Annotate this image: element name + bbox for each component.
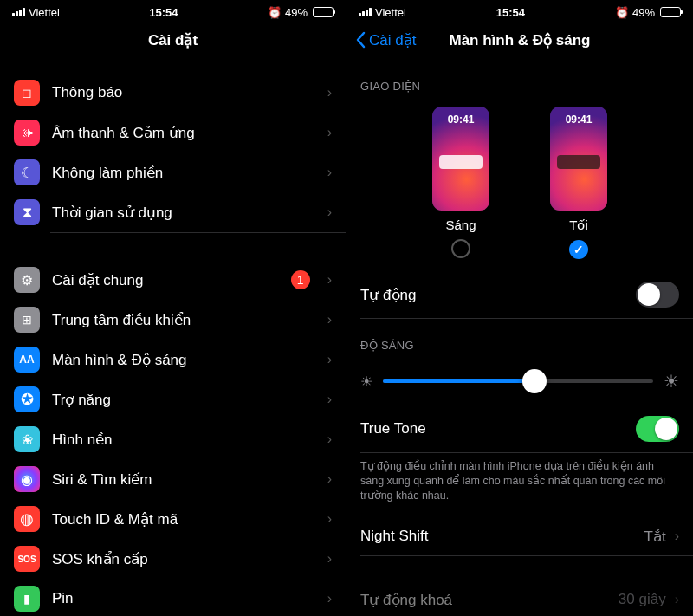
row-autolock[interactable]: Tự động khoá 30 giây ›: [346, 580, 693, 616]
brightness-slider[interactable]: [383, 379, 653, 383]
list-gap: [0, 232, 346, 260]
status-bar: Viettel 15:54 ⏰ 49%: [0, 0, 346, 21]
nightshift-label: Night Shift: [360, 528, 636, 545]
carrier-label: Viettel: [29, 6, 60, 19]
row-nightshift[interactable]: Night Shift Tắt ›: [346, 517, 693, 556]
nav-header-right: Cài đặt Màn hình & Độ sáng: [346, 21, 693, 59]
row-truetone[interactable]: True Tone: [346, 405, 693, 452]
status-bar: Viettel 15:54 ⏰ 49%: [346, 0, 693, 21]
radio-light[interactable]: [451, 239, 470, 258]
battery-percent: 49%: [632, 6, 655, 19]
phone-preview-dark: 09:41: [550, 107, 607, 211]
row-display-brightness[interactable]: AA Màn hình & Độ sáng ›: [0, 340, 346, 379]
appearance-chooser: 09:41 Sáng 09:41 Tối: [346, 98, 693, 271]
row-label: Màn hình & Độ sáng: [52, 351, 315, 369]
battery-icon: [313, 7, 334, 17]
row-label: Touch ID & Mật mã: [52, 510, 315, 528]
sun-large-icon: ☀︎: [664, 371, 679, 392]
settings-list: ◻︎ Thông báo › 🕪 Âm thanh & Cảm ứng › ☾ …: [0, 73, 346, 616]
battery-percent: 49%: [285, 6, 308, 19]
accessibility-icon: ✪: [14, 386, 40, 412]
text-size-icon: AA: [14, 347, 40, 373]
battery-icon: [660, 7, 681, 17]
row-wallpaper[interactable]: ❀ Hình nền ›: [0, 419, 346, 459]
siri-icon: ◉: [14, 466, 40, 492]
signal-icon: [12, 8, 25, 16]
row-sos[interactable]: SOS SOS khẩn cấp ›: [0, 539, 346, 579]
light-label: Sáng: [445, 217, 476, 232]
settings-title: Cài đặt: [148, 31, 198, 49]
notification-icon: ◻︎: [14, 80, 40, 106]
row-label: Cài đặt chung: [52, 271, 279, 289]
row-label: Pin: [52, 590, 315, 607]
automatic-toggle[interactable]: [636, 282, 679, 308]
phone-preview-light: 09:41: [432, 107, 489, 211]
chevron-right-icon: ›: [327, 352, 332, 367]
status-time: 15:54: [149, 6, 178, 19]
row-screentime[interactable]: ⧗ Thời gian sử dụng ›: [0, 192, 346, 232]
chevron-right-icon: ›: [675, 528, 679, 544]
chevron-right-icon: ›: [327, 85, 332, 101]
brightness-header: ĐỘ SÁNG: [346, 318, 693, 357]
battery-row-icon: ▮: [14, 586, 40, 612]
page-title-right: Màn hình & Độ sáng: [450, 31, 591, 49]
chevron-right-icon: ›: [327, 551, 332, 567]
chevron-right-icon: ›: [327, 125, 332, 140]
chevron-right-icon: ›: [327, 431, 332, 447]
chevron-right-icon: ›: [327, 312, 332, 327]
appearance-header: GIAO DIỆN: [346, 59, 693, 98]
chevron-left-icon: [355, 31, 366, 49]
sun-small-icon: ☀︎: [360, 373, 372, 390]
gear-icon: ⚙︎: [14, 267, 40, 293]
row-sounds[interactable]: 🕪 Âm thanh & Cảm ứng ›: [0, 113, 346, 152]
row-automatic[interactable]: Tự động: [346, 271, 693, 318]
appearance-option-light[interactable]: 09:41 Sáng: [432, 107, 489, 259]
row-touchid[interactable]: ◍ Touch ID & Mật mã ›: [0, 499, 346, 539]
moon-icon: ☾: [14, 159, 40, 185]
truetone-label: True Tone: [360, 420, 627, 438]
row-label: Trợ năng: [52, 391, 315, 409]
alarm-icon: ⏰: [615, 6, 629, 19]
row-label: Không làm phiền: [52, 164, 315, 182]
row-label: Âm thanh & Cảm ứng: [52, 124, 315, 142]
list-gap: [346, 556, 693, 580]
sos-icon: SOS: [14, 546, 40, 572]
chevron-right-icon: ›: [327, 392, 332, 407]
row-general[interactable]: ⚙︎ Cài đặt chung 1 ›: [0, 260, 346, 300]
radio-dark[interactable]: [569, 240, 588, 259]
switches-icon: ⊞: [14, 307, 40, 333]
row-label: Hình nền: [52, 431, 315, 449]
row-label: SOS khẩn cấp: [52, 550, 315, 568]
sound-icon: 🕪: [14, 120, 40, 146]
row-accessibility[interactable]: ✪ Trợ năng ›: [0, 379, 346, 419]
flower-icon: ❀: [14, 426, 40, 452]
row-control-center[interactable]: ⊞ Trung tâm điều khiển ›: [0, 300, 346, 340]
appearance-option-dark[interactable]: 09:41 Tối: [550, 107, 607, 259]
slider-thumb[interactable]: [522, 369, 547, 393]
truetone-footnote: Tự động điều chỉnh màn hình iPhone dựa t…: [346, 452, 693, 517]
chevron-right-icon: ›: [327, 204, 332, 220]
chevron-right-icon: ›: [327, 511, 332, 527]
row-label: Siri & Tìm kiếm: [52, 470, 315, 489]
page-title-left: Cài đặt: [0, 21, 346, 59]
row-label: Trung tâm điều khiển: [52, 311, 315, 329]
row-siri[interactable]: ◉ Siri & Tìm kiếm ›: [0, 459, 346, 499]
row-notifications[interactable]: ◻︎ Thông báo ›: [0, 73, 346, 113]
back-button[interactable]: Cài đặt: [355, 31, 416, 49]
preview-time: 09:41: [550, 113, 607, 126]
truetone-toggle[interactable]: [636, 416, 679, 442]
hourglass-icon: ⧗: [14, 199, 40, 225]
chevron-right-icon: ›: [327, 471, 332, 487]
row-label: Thông báo: [52, 84, 315, 101]
row-label: Thời gian sử dụng: [52, 204, 315, 222]
carrier-label: Viettel: [375, 6, 406, 19]
chevron-right-icon: ›: [675, 592, 679, 607]
nightshift-value: Tắt: [644, 528, 666, 546]
row-battery[interactable]: ▮ Pin ›: [0, 579, 346, 616]
back-label: Cài đặt: [369, 31, 416, 49]
alarm-icon: ⏰: [268, 6, 282, 19]
row-dnd[interactable]: ☾ Không làm phiền ›: [0, 152, 346, 192]
preview-time: 09:41: [432, 113, 489, 126]
autolock-value: 30 giây: [619, 591, 666, 608]
autolock-label: Tự động khoá: [360, 591, 610, 609]
